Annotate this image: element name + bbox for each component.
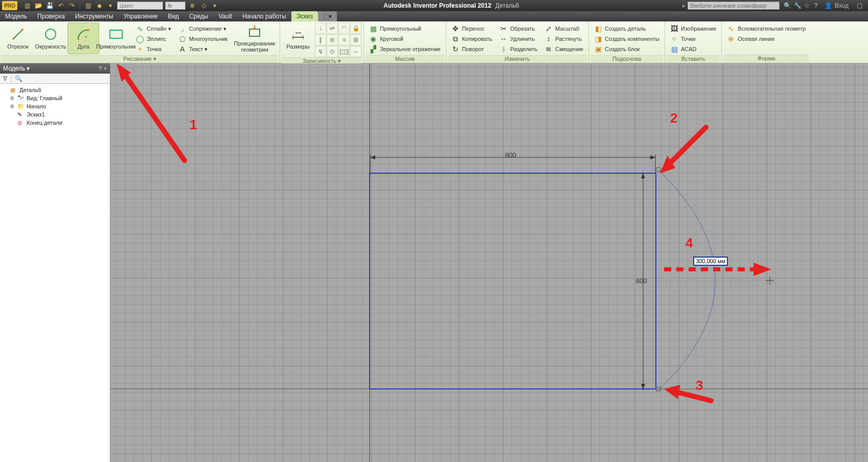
dimension-input[interactable]: 300,000 мм <box>693 257 728 266</box>
qat-icon[interactable]: ▥ <box>83 1 93 10</box>
tree-node[interactable]: ⊞📁Начало <box>1 102 109 110</box>
tab-getstarted[interactable]: Начало работы <box>237 11 291 21</box>
qat-icon[interactable]: ▾ <box>106 1 115 10</box>
circle-button[interactable]: Окружность <box>35 22 66 54</box>
mirror-button[interactable]: ▞Зеркальное отражение <box>367 44 443 54</box>
constraint-icon[interactable]: ⇌ <box>327 22 338 34</box>
open-icon[interactable]: 📂 <box>34 1 43 10</box>
qat-icon[interactable]: ◇ <box>199 1 208 10</box>
search-arrow-icon[interactable]: ▸ <box>680 2 688 9</box>
segment-button[interactable]: Отрезок <box>2 22 34 54</box>
spline-button[interactable]: ∿Сплайн ▾ <box>134 24 173 34</box>
title-right: 🔍 🔧 ☆ ? 👤 Вход ▢ <box>780 2 868 9</box>
make-comp-button[interactable]: ◨Создать компоненты <box>592 34 661 44</box>
find-icon[interactable]: 🔍 <box>15 75 22 82</box>
project-geom-button[interactable]: Проецирование геометрии <box>232 22 278 54</box>
help-icon[interactable]: ? <box>99 65 102 72</box>
tab-extra[interactable]: ⬚▾ <box>318 11 337 21</box>
comp-icon: ◨ <box>594 35 602 43</box>
color-selector[interactable]: Цвет <box>117 2 163 10</box>
acad-button[interactable]: ▤ACAD <box>668 44 718 54</box>
polygon-button[interactable]: ⬠Многоугольник <box>176 34 230 44</box>
scale-button[interactable]: ⤢Масштаб <box>542 24 585 34</box>
rectangle-button[interactable]: Прямоугольник <box>100 22 132 54</box>
tab-view[interactable]: Вид <box>163 11 184 21</box>
centerline-button[interactable]: ⊕Осевая линия <box>725 34 808 44</box>
save-icon[interactable]: 💾 <box>45 1 54 10</box>
sketch-geometry <box>110 63 868 462</box>
close-icon[interactable]: × <box>104 65 107 72</box>
ellipse-button[interactable]: ◯Эллипс <box>134 34 173 44</box>
make-block-button[interactable]: ▣Создать блок <box>592 44 661 54</box>
split-icon: ⟊ <box>499 45 508 53</box>
filter-icon[interactable]: ∇ <box>3 75 7 82</box>
redo-icon[interactable]: ↷ <box>67 1 77 10</box>
rotate-button[interactable]: ↻Поворот <box>449 44 494 54</box>
offset-button[interactable]: ≋Смещение <box>542 44 585 54</box>
minimize-icon[interactable]: ▢ <box>857 2 864 9</box>
exchange-icon[interactable]: ☆ <box>804 2 811 9</box>
constraint-icon[interactable]: ⊞ <box>350 34 361 45</box>
image-button[interactable]: 🖼Изображение <box>668 24 718 34</box>
svg-point-4 <box>87 29 89 31</box>
sketch-canvas[interactable]: 800 600 300,000 мм 1 2 3 4 <box>110 63 868 462</box>
constraint-icon[interactable]: [◫] <box>338 46 350 57</box>
help-icon[interactable]: ? <box>814 2 821 9</box>
new-icon[interactable]: ▥ <box>22 1 32 10</box>
centerline-icon: ⊕ <box>727 35 735 43</box>
fx-box[interactable]: fx <box>165 2 186 10</box>
ribbon: Отрезок Окружность Дуга Прямоугольник ∿С… <box>0 21 868 63</box>
tree-node[interactable]: ✎Эскиз1 <box>1 110 109 119</box>
tab-tools[interactable]: Инструменты <box>70 11 119 21</box>
move-button[interactable]: ✥Перенос <box>449 24 494 34</box>
tab-inspect[interactable]: Проверка <box>32 11 70 21</box>
stretch-button[interactable]: ↕Растянуть <box>542 34 585 44</box>
circ-pattern-button[interactable]: ◉Круговой <box>367 34 443 44</box>
tab-model[interactable]: Модель <box>0 11 32 21</box>
rect-pattern-button[interactable]: ▦Прямоугольный <box>367 24 443 34</box>
make-part-button[interactable]: ◧Создать деталь <box>592 24 661 34</box>
constraint-icon[interactable]: ⊙ <box>327 46 338 57</box>
tree-node[interactable]: ▦Деталь6 <box>1 86 109 94</box>
tab-sketch[interactable]: Эскиз <box>291 11 318 21</box>
qat-icon[interactable]: ◆ <box>95 1 104 10</box>
points-button[interactable]: ⁘Точки <box>668 34 718 44</box>
copy-button[interactable]: ⧉Копировать <box>449 34 494 44</box>
constraint-icon[interactable]: ↔ <box>350 46 361 57</box>
tab-manage[interactable]: Управление <box>119 11 163 21</box>
undo-icon[interactable]: ↶ <box>56 1 65 10</box>
dim-width[interactable]: 800 <box>505 151 516 159</box>
login-button[interactable]: Вход <box>835 2 849 9</box>
extend-button[interactable]: ↔Удлинить <box>497 34 539 44</box>
trim-button[interactable]: ✂Обрезать <box>497 24 539 34</box>
point-button[interactable]: ＋Точка <box>134 44 173 54</box>
constraint-icon[interactable]: ↯ <box>315 46 326 57</box>
tree-node[interactable]: ⊘Конец детали <box>1 119 109 127</box>
app-badge[interactable]: PRO <box>2 1 17 10</box>
constraint-icon[interactable]: ∥ <box>315 34 326 45</box>
construction-button[interactable]: ∿Вспомогательная геометр <box>725 24 808 34</box>
fillet-button[interactable]: ◞Сопряжение ▾ <box>176 24 230 34</box>
binoculars-icon[interactable]: 🔍 <box>784 2 791 9</box>
tab-env[interactable]: Среды <box>184 11 213 21</box>
user-icon[interactable]: 👤 <box>825 2 832 9</box>
constraint-icon[interactable]: ⊚ <box>327 34 338 45</box>
dim-height[interactable]: 600 <box>636 277 647 285</box>
text-button[interactable]: AТекст ▾ <box>176 44 230 54</box>
dimension-button[interactable]: ⟷ Размеры <box>282 22 314 54</box>
constraint-icon[interactable]: ⟂ <box>315 22 326 34</box>
browser-tree: ▦Деталь6 ⊞🔭Вид: Главный ⊞📁Начало ✎Эскиз1… <box>0 84 110 462</box>
constraint-icon[interactable]: ◠ <box>338 22 350 34</box>
split-button[interactable]: ⟊Разделить <box>497 44 539 54</box>
constraint-icon[interactable]: ≡ <box>338 34 350 45</box>
qat-icon[interactable]: ⊕ <box>188 1 197 10</box>
constraint-icon[interactable]: 🔒 <box>350 22 361 34</box>
tab-vault[interactable]: Vault <box>213 11 237 21</box>
arc-button[interactable]: Дуга <box>67 22 99 54</box>
copy-icon: ⧉ <box>451 35 460 43</box>
qat-dropdown-icon[interactable]: ▾ <box>210 1 219 10</box>
tree-node[interactable]: ⊞🔭Вид: Главный <box>1 94 109 102</box>
browser-title[interactable]: Модель ▾ <box>3 65 30 72</box>
search-input[interactable]: Введите ключевое слово/фразу <box>688 2 780 10</box>
key-icon[interactable]: 🔧 <box>794 2 801 9</box>
